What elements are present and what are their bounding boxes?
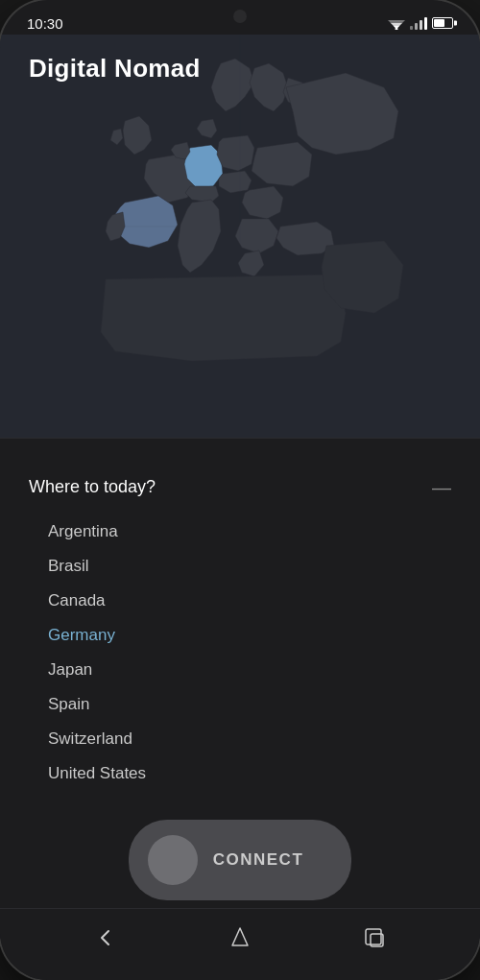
content-area: Where to today? — ArgentinaBrasilCanadaG… (0, 458, 480, 939)
svg-rect-8 (366, 929, 381, 944)
phone-frame: 10:30 Digital Nomad (0, 0, 480, 980)
connect-toggle-circle (148, 835, 198, 885)
svg-marker-7 (232, 928, 248, 945)
country-item-germany[interactable]: Germany (29, 618, 451, 653)
collapse-icon[interactable]: — (432, 478, 451, 497)
back-button[interactable] (84, 917, 127, 959)
country-item-argentina[interactable]: Argentina (29, 514, 451, 549)
status-icons (388, 16, 453, 30)
wifi-icon (388, 16, 405, 30)
country-list: ArgentinaBrasilCanadaGermanyJapanSpainSw… (29, 514, 451, 791)
country-item-switzerland[interactable]: Switzerland (29, 722, 451, 756)
country-item-united-states[interactable]: United States (29, 756, 451, 791)
map-svg (0, 35, 480, 438)
country-item-spain[interactable]: Spain (29, 687, 451, 722)
map-area: Digital Nomad (0, 35, 480, 438)
signal-icon (410, 16, 427, 30)
section-header: Where to today? — (29, 477, 451, 497)
bottom-nav (0, 908, 480, 980)
battery-icon (432, 17, 453, 29)
poland-region (217, 135, 254, 171)
home-button[interactable] (219, 917, 261, 959)
connect-button-container: CONNECT (29, 820, 451, 900)
recents-button[interactable] (353, 917, 396, 959)
country-item-brasil[interactable]: Brasil (29, 549, 451, 584)
status-time: 10:30 (27, 15, 63, 32)
africa-region (101, 275, 346, 361)
country-item-japan[interactable]: Japan (29, 653, 451, 687)
country-item-canada[interactable]: Canada (29, 584, 451, 618)
connect-label: CONNECT (213, 850, 304, 870)
camera-notch (233, 10, 247, 23)
map-content-divider (0, 438, 480, 439)
app-title: Digital Nomad (29, 54, 201, 84)
connect-button[interactable]: CONNECT (129, 820, 352, 900)
section-title: Where to today? (29, 477, 156, 497)
